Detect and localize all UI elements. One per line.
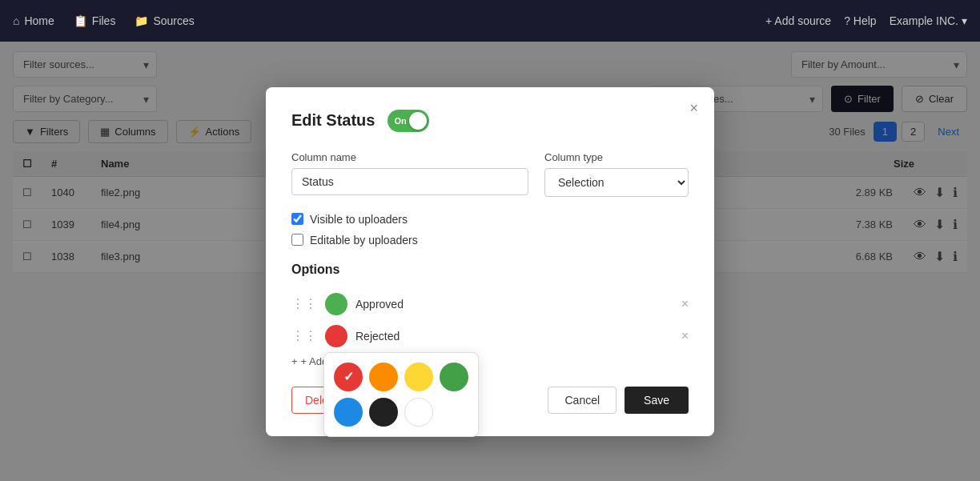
color-option-red[interactable] bbox=[334, 363, 363, 391]
column-name-label: Column name bbox=[291, 151, 528, 163]
home-icon: ⌂ bbox=[13, 14, 19, 27]
nav-help[interactable]: ? Help bbox=[844, 14, 876, 27]
color-option-yellow[interactable] bbox=[404, 363, 433, 391]
visible-checkbox-item[interactable]: Visible to uploaders bbox=[291, 213, 689, 226]
company-menu[interactable]: Example INC. ▾ bbox=[890, 14, 967, 27]
plus-icon: + bbox=[291, 355, 298, 367]
visible-checkbox[interactable] bbox=[291, 213, 303, 225]
option-remove-rejected[interactable]: × bbox=[681, 329, 689, 343]
options-title: Options bbox=[291, 263, 689, 277]
color-picker-popup bbox=[323, 352, 479, 437]
column-name-group: Column name bbox=[291, 151, 528, 197]
add-source-label: + Add source bbox=[765, 14, 831, 27]
modal-header: Edit Status On × bbox=[291, 110, 689, 132]
nav-sources[interactable]: 📁 Sources bbox=[135, 14, 194, 27]
toggle-knob bbox=[409, 112, 427, 130]
color-option-blue[interactable] bbox=[334, 398, 363, 427]
footer-right: Cancel Save bbox=[548, 387, 689, 414]
toggle-wrap: On bbox=[388, 110, 429, 132]
nav-home-label: Home bbox=[24, 14, 54, 27]
color-option-green[interactable] bbox=[440, 363, 468, 391]
editable-label: Editable by uploaders bbox=[310, 234, 418, 247]
color-option-white[interactable] bbox=[404, 398, 433, 427]
checkbox-group: Visible to uploaders Editable by uploade… bbox=[291, 213, 689, 247]
status-toggle[interactable]: On bbox=[388, 110, 429, 132]
add-source-button[interactable]: + Add source bbox=[765, 14, 831, 27]
drag-handle-rejected[interactable]: ⋮⋮ bbox=[291, 328, 317, 343]
options-section: Options ⋮⋮ Approved × ⋮⋮ Rejected × bbox=[291, 263, 689, 371]
page-background: Filter sources... Filter by Amount... Fi… bbox=[0, 42, 980, 481]
edit-status-modal: Edit Status On × Column name Column type bbox=[266, 87, 714, 436]
option-remove-approved[interactable]: × bbox=[681, 297, 689, 311]
option-color-rejected[interactable] bbox=[325, 325, 347, 347]
company-label: Example INC. bbox=[890, 14, 958, 27]
option-label-approved: Approved bbox=[355, 298, 673, 311]
topnav: ⌂ Home 📋 Files 📁 Sources + Add source ? … bbox=[0, 0, 980, 42]
nav-sources-label: Sources bbox=[153, 14, 194, 27]
save-button[interactable]: Save bbox=[625, 387, 689, 414]
modal-title: Edit Status bbox=[291, 111, 375, 130]
nav-help-label: ? Help bbox=[844, 14, 876, 27]
files-icon: 📋 bbox=[74, 14, 87, 27]
color-option-orange[interactable] bbox=[369, 363, 398, 391]
editable-checkbox-item[interactable]: Editable by uploaders bbox=[291, 234, 689, 247]
column-type-group: Column type Selection Text Number Date bbox=[544, 151, 689, 197]
option-label-rejected: Rejected bbox=[355, 330, 673, 343]
sources-icon: 📁 bbox=[135, 14, 148, 27]
option-color-approved[interactable] bbox=[325, 293, 347, 315]
modal-overlay: Edit Status On × Column name Column type bbox=[0, 42, 980, 481]
nav-files[interactable]: 📋 Files bbox=[74, 14, 116, 27]
nav-files-label: Files bbox=[92, 14, 116, 27]
toggle-label: On bbox=[394, 116, 406, 126]
modal-close-button[interactable]: × bbox=[689, 100, 698, 117]
column-name-input[interactable] bbox=[291, 168, 528, 195]
option-item-approved: ⋮⋮ Approved × bbox=[291, 288, 689, 320]
editable-checkbox[interactable] bbox=[291, 234, 303, 246]
column-form-row: Column name Column type Selection Text N… bbox=[291, 151, 689, 197]
cancel-button[interactable]: Cancel bbox=[548, 387, 617, 414]
topnav-right: + Add source ? Help Example INC. ▾ bbox=[765, 14, 967, 27]
column-type-label: Column type bbox=[544, 151, 689, 163]
column-type-select[interactable]: Selection Text Number Date bbox=[544, 168, 689, 197]
drag-handle-approved[interactable]: ⋮⋮ bbox=[291, 296, 317, 311]
company-chevron-icon: ▾ bbox=[962, 14, 967, 27]
color-option-black[interactable] bbox=[369, 398, 398, 427]
visible-label: Visible to uploaders bbox=[310, 213, 408, 226]
nav-home[interactable]: ⌂ Home bbox=[13, 14, 54, 27]
option-item-rejected: ⋮⋮ Rejected × bbox=[291, 320, 689, 352]
